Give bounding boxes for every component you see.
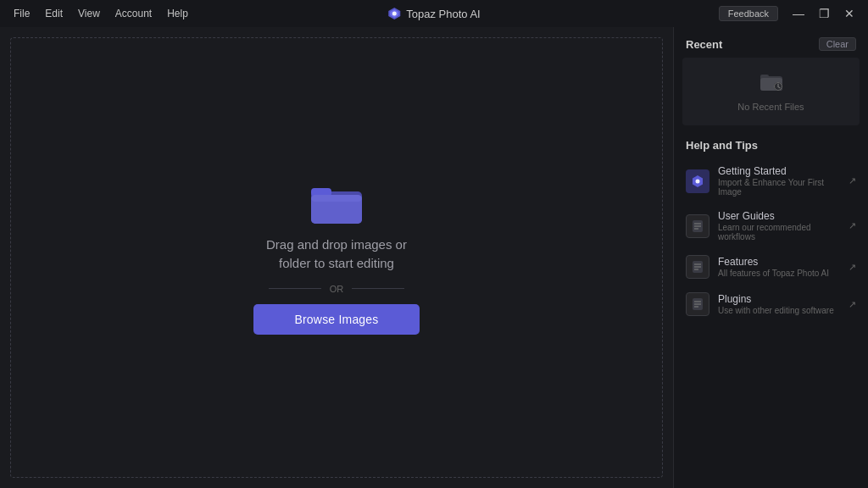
plugins-text: Plugins Use with other editing software — [718, 293, 840, 315]
browse-images-button[interactable]: Browse Images — [253, 304, 419, 335]
user-guides-title: User Guides — [718, 210, 840, 222]
recent-section-header: Recent Clear — [674, 37, 868, 58]
features-icon-box — [686, 255, 709, 279]
features-subtitle: All features of Topaz Photo AI — [718, 269, 840, 278]
user-guides-icon-box — [686, 214, 709, 238]
minimize-button[interactable]: — — [787, 5, 810, 22]
getting-started-subtitle: Import & Enhance Your First Image — [718, 178, 840, 197]
menu-file[interactable]: File — [7, 6, 36, 21]
no-recent-icon — [760, 71, 783, 97]
plugins-subtitle: Use with other editing software — [718, 306, 840, 315]
user-guides-subtitle: Learn our recommended workflows — [718, 223, 840, 241]
menu-account[interactable]: Account — [108, 6, 159, 21]
external-link-icon-user-guides: ↗ — [849, 220, 856, 231]
help-section-title: Help and Tips — [674, 136, 868, 158]
folder-icon — [309, 181, 364, 225]
drop-content: Drag and drop images or folder to start … — [253, 181, 419, 335]
or-separator: OR — [269, 284, 404, 294]
menu-view[interactable]: View — [71, 6, 107, 21]
app-logo-icon — [387, 7, 401, 20]
menu-bar: File Edit View Account Help — [7, 6, 195, 21]
plugins-title: Plugins — [718, 293, 840, 305]
close-button[interactable]: ✕ — [837, 5, 861, 22]
or-label: OR — [330, 284, 344, 294]
menu-help[interactable]: Help — [160, 6, 195, 21]
help-item-getting-started[interactable]: Getting Started Import & Enhance Your Fi… — [674, 158, 868, 203]
getting-started-title: Getting Started — [718, 165, 840, 177]
recent-title: Recent — [686, 38, 722, 51]
right-panel: Recent Clear No Recent Files Help and Ti… — [673, 27, 868, 488]
external-link-icon-plugins: ↗ — [849, 299, 856, 310]
plugins-icon-box — [686, 292, 709, 316]
external-link-icon-getting-started: ↗ — [849, 175, 856, 186]
user-guides-text: User Guides Learn our recommended workfl… — [718, 210, 840, 241]
svg-rect-6 — [311, 195, 362, 202]
svg-point-2 — [392, 12, 397, 16]
menu-edit[interactable]: Edit — [38, 6, 70, 21]
features-text: Features All features of Topaz Photo AI — [718, 256, 840, 278]
app-title: Topaz Photo AI — [387, 7, 480, 20]
feedback-button[interactable]: Feedback — [719, 6, 778, 21]
no-recent-text: No Recent Files — [737, 102, 804, 112]
getting-started-icon-box — [686, 169, 709, 193]
drop-zone[interactable]: Drag and drop images or folder to start … — [10, 37, 663, 478]
help-item-user-guides[interactable]: User Guides Learn our recommended workfl… — [674, 203, 868, 248]
maximize-button[interactable]: ❐ — [812, 5, 836, 22]
help-item-features[interactable]: Features All features of Topaz Photo AI … — [674, 248, 868, 286]
svg-point-13 — [696, 179, 700, 183]
clear-recent-button[interactable]: Clear — [819, 37, 856, 51]
title-bar: File Edit View Account Help Topaz Photo … — [0, 0, 868, 27]
external-link-icon-features: ↗ — [849, 262, 856, 273]
main-layout: Drag and drop images or folder to start … — [0, 27, 868, 488]
app-name-label: Topaz Photo AI — [406, 8, 480, 20]
features-title: Features — [718, 256, 840, 268]
getting-started-text: Getting Started Import & Enhance Your Fi… — [718, 165, 840, 197]
recent-files-area: No Recent Files — [682, 58, 860, 125]
window-controls: Feedback — ❐ ✕ — [719, 5, 861, 22]
help-item-plugins[interactable]: Plugins Use with other editing software … — [674, 286, 868, 323]
drag-drop-text: Drag and drop images or folder to start … — [266, 236, 407, 274]
